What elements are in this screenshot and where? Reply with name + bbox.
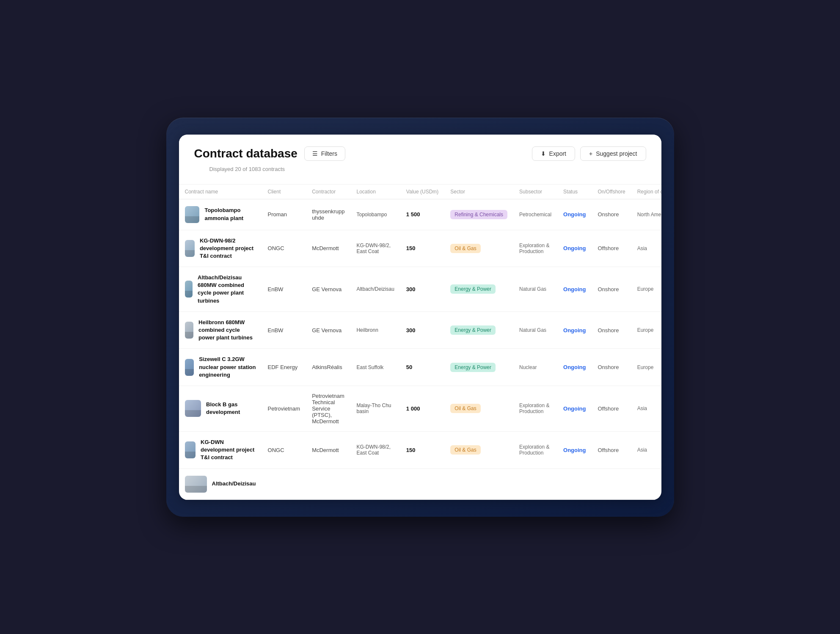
region-cell: Europe bbox=[631, 311, 661, 349]
col-sector: Sector bbox=[444, 185, 513, 199]
client-cell bbox=[262, 469, 306, 499]
contract-name-text: Altbach/Deizisau bbox=[212, 480, 256, 488]
contract-thumbnail bbox=[185, 322, 194, 339]
table-row[interactable]: Altbach/Deizisau bbox=[179, 469, 661, 499]
contract-thumbnail bbox=[185, 441, 196, 458]
contractor-cell: Petrovietnam Technical Service (PTSC), M… bbox=[306, 386, 350, 431]
sector-cell: Energy & Power bbox=[444, 311, 513, 349]
subsector-cell: Exploration & Production bbox=[513, 230, 557, 267]
location-cell: Topolobampo bbox=[350, 199, 400, 230]
value-cell: 150 bbox=[400, 230, 444, 267]
contract-thumbnail bbox=[185, 359, 194, 376]
subsector-cell bbox=[513, 469, 557, 499]
contractor-cell bbox=[306, 469, 350, 499]
on-offshore-cell: Offshore bbox=[592, 431, 631, 469]
sector-badge: Oil & Gas bbox=[450, 445, 480, 455]
client-cell: EnBW bbox=[262, 267, 306, 312]
export-button[interactable]: ⬇ Export bbox=[532, 146, 575, 161]
contract-name-cell: Altbach/Deizisau bbox=[179, 469, 262, 499]
contract-name-cell: Altbach/Deizisau 680MW combined cycle po… bbox=[179, 267, 262, 312]
table-row[interactable]: KG-DWN-98/2 development project T&I cont… bbox=[179, 230, 661, 267]
client-cell: Proman bbox=[262, 199, 306, 230]
value-cell bbox=[400, 469, 444, 499]
status-cell: Ongoing bbox=[557, 311, 592, 349]
status-badge: Ongoing bbox=[563, 286, 586, 292]
table-row[interactable]: Altbach/Deizisau 680MW combined cycle po… bbox=[179, 267, 661, 312]
on-offshore-cell: Offshore bbox=[592, 230, 631, 267]
header-left: Contract database ☰ Filters bbox=[194, 146, 345, 161]
contract-name-text: Altbach/Deizisau 680MW combined cycle po… bbox=[198, 274, 256, 305]
status-badge: Ongoing bbox=[563, 327, 586, 334]
status-cell: Ongoing bbox=[557, 230, 592, 267]
contract-thumbnail bbox=[185, 400, 201, 417]
table-row[interactable]: KG-DWN development project T&I contract … bbox=[179, 431, 661, 469]
table-row[interactable]: Topolobampo ammonia plant Proman thyssen… bbox=[179, 199, 661, 230]
status-cell: Ongoing bbox=[557, 267, 592, 312]
contractor-cell: thyssenkrupp uhde bbox=[306, 199, 350, 230]
sector-cell: Oil & Gas bbox=[444, 386, 513, 431]
client-cell: EnBW bbox=[262, 311, 306, 349]
location-cell: East Suffolk bbox=[350, 349, 400, 386]
client-cell: ONGC bbox=[262, 431, 306, 469]
contract-thumbnail bbox=[185, 206, 200, 223]
status-badge: Ongoing bbox=[563, 364, 586, 370]
status-cell: Ongoing bbox=[557, 199, 592, 230]
region-cell: Asia bbox=[631, 431, 661, 469]
value-cell: 150 bbox=[400, 431, 444, 469]
status-badge: Ongoing bbox=[563, 211, 586, 218]
contract-name-text: Heilbronn 680MW combined cycle power pla… bbox=[198, 319, 256, 342]
contract-name-cell: Topolobampo ammonia plant bbox=[179, 199, 262, 230]
export-label: Export bbox=[549, 150, 566, 157]
sector-badge: Energy & Power bbox=[450, 284, 496, 294]
value-cell: 1 000 bbox=[400, 386, 444, 431]
sector-badge: Oil & Gas bbox=[450, 244, 480, 253]
value-cell: 300 bbox=[400, 311, 444, 349]
col-client: Client bbox=[262, 185, 306, 199]
region-cell: Europe bbox=[631, 349, 661, 386]
suggest-project-button[interactable]: + Suggest project bbox=[580, 146, 646, 161]
device-frame: Contract database ☰ Filters ⬇ Export + S… bbox=[166, 118, 674, 517]
contract-thumbnail bbox=[185, 476, 207, 493]
contractor-cell: GE Vernova bbox=[306, 267, 350, 312]
subsector-cell: Exploration & Production bbox=[513, 431, 557, 469]
header-right: ⬇ Export + Suggest project bbox=[532, 146, 646, 161]
add-icon: + bbox=[589, 150, 592, 157]
app-window: Contract database ☰ Filters ⬇ Export + S… bbox=[179, 135, 661, 500]
contractor-cell: GE Vernova bbox=[306, 311, 350, 349]
table-row[interactable]: Heilbronn 680MW combined cycle power pla… bbox=[179, 311, 661, 349]
value-cell: 300 bbox=[400, 267, 444, 312]
location-cell: Altbach/Deizisau bbox=[350, 267, 400, 312]
client-cell: Petrovietnam bbox=[262, 386, 306, 431]
filters-label: Filters bbox=[321, 150, 337, 157]
table-header-row: Contract name Client Contractor Location… bbox=[179, 185, 661, 199]
location-cell: Malay-Tho Chu basin bbox=[350, 386, 400, 431]
status-cell: Ongoing bbox=[557, 431, 592, 469]
col-subsector: Subsector bbox=[513, 185, 557, 199]
contract-name-cell: KG-DWN development project T&I contract bbox=[179, 431, 262, 469]
location-cell: KG-DWN-98/2, East Coat bbox=[350, 230, 400, 267]
col-status: Status bbox=[557, 185, 592, 199]
subsector-cell: Nuclear bbox=[513, 349, 557, 386]
contractor-cell: AtkinsRéalis bbox=[306, 349, 350, 386]
on-offshore-cell: Onshore bbox=[592, 349, 631, 386]
contract-thumbnail bbox=[185, 281, 193, 298]
on-offshore-cell: Onshore bbox=[592, 311, 631, 349]
on-offshore-cell: Onshore bbox=[592, 199, 631, 230]
on-offshore-cell: Onshore bbox=[592, 267, 631, 312]
sector-badge: Refining & Chemicals bbox=[450, 210, 507, 219]
table-row[interactable]: Block B gas development Petrovietnam Pet… bbox=[179, 386, 661, 431]
sector-badge: Energy & Power bbox=[450, 325, 496, 335]
col-contractor: Contractor bbox=[306, 185, 350, 199]
contract-name-cell: KG-DWN-98/2 development project T&I cont… bbox=[179, 230, 262, 267]
location-cell bbox=[350, 469, 400, 499]
table-row[interactable]: Sizewell C 3.2GW nuclear power station e… bbox=[179, 349, 661, 386]
status-cell bbox=[557, 469, 592, 499]
header-top: Contract database ☰ Filters ⬇ Export + S… bbox=[194, 146, 646, 161]
page-title: Contract database bbox=[194, 147, 297, 160]
sector-badge: Energy & Power bbox=[450, 363, 496, 372]
subsector-cell: Exploration & Production bbox=[513, 386, 557, 431]
col-location: Location bbox=[350, 185, 400, 199]
region-cell: Asia bbox=[631, 230, 661, 267]
filters-button[interactable]: ☰ Filters bbox=[304, 146, 345, 161]
value-cell: 1 500 bbox=[400, 199, 444, 230]
